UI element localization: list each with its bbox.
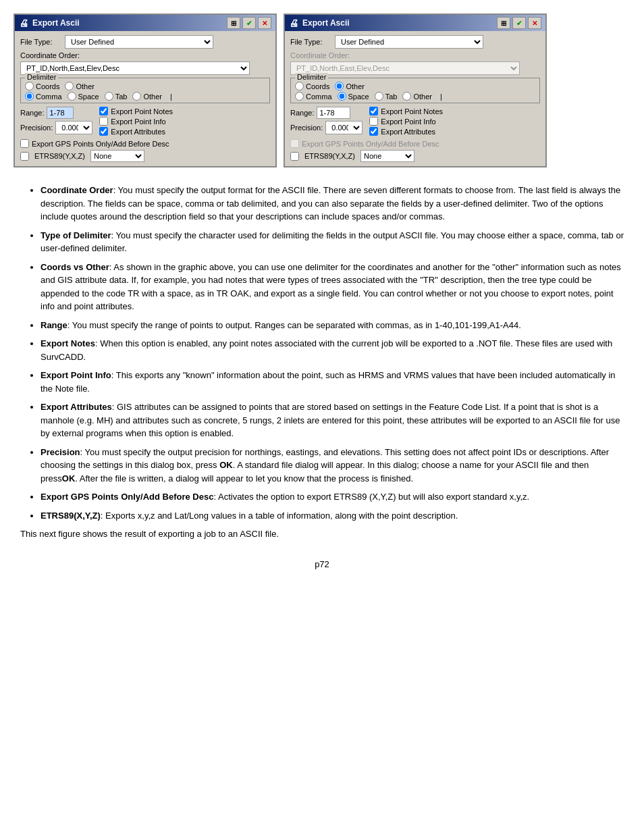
delimiter-top-row-1: Coords Other xyxy=(25,82,265,90)
export-attr-label-1: Export Attributes xyxy=(111,128,165,136)
tab-radio-2[interactable] xyxy=(375,92,383,101)
dialog-body-2: File Type: User Defined Coordinate Order… xyxy=(285,31,545,166)
tab-radio-item-2[interactable]: Tab xyxy=(375,92,398,101)
bullet-text-5: : This exports any "known" information a… xyxy=(41,370,616,394)
other-radio-item-2[interactable]: Other xyxy=(335,82,365,90)
bullet-item-7: Precision: You must specify the output p… xyxy=(41,446,624,486)
precision-row-1: Precision: 0.0000 xyxy=(20,121,92,134)
export-notes-cb-2[interactable] xyxy=(369,107,378,115)
comma-radio-item-1[interactable]: Comma xyxy=(25,92,62,101)
tab-radio-1[interactable] xyxy=(105,92,113,101)
bullet-term-3: Range xyxy=(41,320,68,330)
precision-label-2: Precision: xyxy=(290,124,323,132)
ok-btn-1[interactable]: ✔ xyxy=(242,17,256,29)
other-radio-item-1[interactable]: Other xyxy=(65,82,95,90)
precision-select-1[interactable]: 0.0000 xyxy=(55,121,92,134)
bullet-item-2: Coords vs Other: As shown in the graphic… xyxy=(41,261,624,313)
dialog-body-1: File Type: User Defined Coordinate Order… xyxy=(15,31,275,166)
bullet-item-8: Export GPS Points Only/Add Before Desc: … xyxy=(41,490,624,504)
right-col-2: Export Point Notes Export Point Info Exp… xyxy=(369,107,443,136)
other-radio-item-1b[interactable]: Other xyxy=(132,92,162,101)
etrs-cb-2[interactable] xyxy=(290,152,299,161)
etrs-select-1[interactable]: None xyxy=(90,150,144,162)
coords-radio-2[interactable] xyxy=(295,82,304,90)
export-info-label-2: Export Point Info xyxy=(381,118,435,126)
dialog-export-ascii-1: 🖨 Export Ascii ⊞ ✔ ✕ File Type: User Def… xyxy=(14,14,277,167)
bullet-term-4: Export Notes xyxy=(41,338,95,348)
dialog-export-ascii-2: 🖨 Export Ascii ⊞ ✔ ✕ File Type: User Def… xyxy=(284,14,547,167)
coord-order-label-1: Coordinate Order: xyxy=(20,51,270,59)
etrs-select-2[interactable]: None xyxy=(360,150,414,162)
space-radio-2[interactable] xyxy=(338,92,346,101)
range-row-1: Range: xyxy=(20,107,92,119)
filetype-select-1[interactable]: User Defined xyxy=(65,35,213,49)
bullet-item-1: Type of Delimiter: You must specify the … xyxy=(41,229,624,255)
filetype-row-1: File Type: User Defined xyxy=(20,35,270,49)
delimiter-bottom-row-1: Comma Space Tab Other | xyxy=(25,92,265,101)
comma-radio-1[interactable] xyxy=(25,92,34,101)
settings-btn-1[interactable]: ⊞ xyxy=(227,17,240,29)
export-attr-row-2: Export Attributes xyxy=(369,127,443,136)
bullet-item-0: Coordinate Order: You must specify the o… xyxy=(41,184,624,224)
export-gps-cb-1[interactable] xyxy=(20,139,29,148)
export-attr-cb-1[interactable] xyxy=(99,127,108,136)
export-gps-cb-2 xyxy=(290,139,299,148)
delimiter-group-title-2: Delimiter xyxy=(295,73,328,81)
other-bot-radio-1[interactable] xyxy=(132,92,141,101)
close-btn-2[interactable]: ✕ xyxy=(528,17,541,29)
other-top-radio-label-1: Other xyxy=(76,82,95,90)
comma-radio-label-2: Comma xyxy=(306,93,332,101)
range-input-2[interactable] xyxy=(317,107,350,119)
etrs-row-2: ETRS89(Y,X,Z) None xyxy=(290,150,540,162)
export-notes-cb-1[interactable] xyxy=(99,107,108,115)
other-top-radio-2[interactable] xyxy=(335,82,344,90)
bullet-item-5: Export Point Info: This exports any "kno… xyxy=(41,369,624,395)
right-col-1: Export Point Notes Export Point Info Exp… xyxy=(99,107,173,136)
export-gps-row-1: Export GPS Points Only/Add Before Desc xyxy=(20,139,270,148)
other-bot-radio-2[interactable] xyxy=(402,92,411,101)
close-btn-1[interactable]: ✕ xyxy=(258,17,271,29)
page-number: p72 xyxy=(14,559,630,569)
export-info-cb-1[interactable] xyxy=(99,117,108,126)
coords-radio-label-2: Coords xyxy=(306,82,329,90)
left-col-2: Range: Precision: 0.0000 xyxy=(290,107,363,136)
export-info-cb-2[interactable] xyxy=(369,117,378,126)
comma-radio-2[interactable] xyxy=(295,92,304,101)
range-input-1[interactable] xyxy=(47,107,74,119)
tab-radio-label-2: Tab xyxy=(385,93,398,101)
pipe-char-2: | xyxy=(440,93,442,101)
export-notes-row-1: Export Point Notes xyxy=(99,107,173,115)
ok-btn-2[interactable]: ✔ xyxy=(512,17,526,29)
bullet-term-6: Export Attributes xyxy=(41,402,112,412)
filetype-row-2: File Type: User Defined xyxy=(290,35,540,49)
bullet-text-2: : As shown in the graphic above, you can… xyxy=(41,262,621,312)
bullet-text-1: : You must specify the character used fo… xyxy=(41,230,624,254)
export-notes-label-2: Export Point Notes xyxy=(381,107,443,115)
etrs-cb-1[interactable] xyxy=(20,152,29,161)
filetype-select-2[interactable]: User Defined xyxy=(335,35,483,49)
etrs-label-2: ETRS89(Y,X,Z) xyxy=(304,152,355,160)
export-gps-label-2: Export GPS Points Only/Add Before Desc xyxy=(302,140,439,148)
middle-section-1: Range: Precision: 0.0000 Export Point No… xyxy=(20,107,270,136)
export-attr-cb-2[interactable] xyxy=(369,127,378,136)
delimiter-top-row-2: Coords Other xyxy=(295,82,535,90)
coord-order-label-2: Coordinate Order: xyxy=(290,51,540,59)
export-gps-row-2: Export GPS Points Only/Add Before Desc xyxy=(290,139,540,148)
tab-radio-label-1: Tab xyxy=(115,93,128,101)
title-text-2: Export Ascii xyxy=(302,18,493,28)
tab-radio-item-1[interactable]: Tab xyxy=(105,92,128,101)
space-radio-item-2[interactable]: Space xyxy=(338,92,369,101)
precision-select-2[interactable]: 0.0000 xyxy=(325,121,363,134)
range-label-2: Range: xyxy=(290,109,314,117)
bullet-list: Coordinate Order: You must specify the o… xyxy=(20,184,624,522)
coords-radio-item-1[interactable]: Coords xyxy=(25,82,59,90)
comma-radio-item-2[interactable]: Comma xyxy=(295,92,332,101)
space-radio-1[interactable] xyxy=(68,92,76,101)
coords-radio-item-2[interactable]: Coords xyxy=(295,82,329,90)
other-top-radio-1[interactable] xyxy=(65,82,74,90)
settings-btn-2[interactable]: ⊞ xyxy=(497,17,510,29)
other-radio-item-2b[interactable]: Other xyxy=(402,92,432,101)
coords-radio-1[interactable] xyxy=(25,82,34,90)
space-radio-item-1[interactable]: Space xyxy=(68,92,99,101)
coords-radio-label-1: Coords xyxy=(36,82,59,90)
